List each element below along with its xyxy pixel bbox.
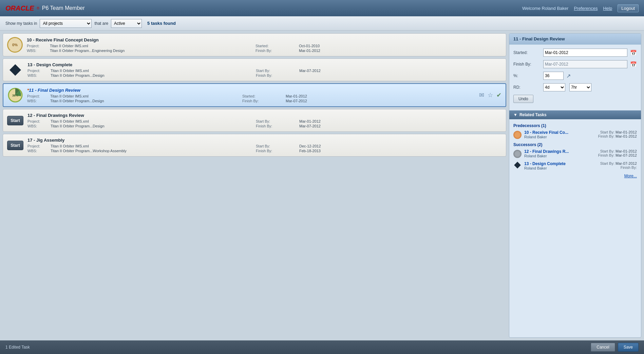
welcome-text: Welcome Roland Baker	[522, 6, 568, 11]
footer-buttons: Cancel Save	[591, 343, 639, 352]
successor-item-2: 13 - Design Complete Roland Baker Start …	[513, 161, 637, 170]
more-link[interactable]: More...	[513, 174, 637, 178]
predecessor-icon-1	[513, 131, 522, 139]
undo-row: Undo	[513, 95, 637, 103]
successors-title: Successors (2)	[513, 142, 637, 147]
task-meta-4: Project:Titan II Orbiter IMS.xml Start B…	[27, 119, 502, 128]
email-icon[interactable]: ✉	[479, 91, 484, 99]
oracle-logo: ORACLE	[5, 4, 34, 12]
task-meta-3: Project:Titan II Orbiter IMS.xml Started…	[27, 94, 475, 103]
related-title: Related Tasks	[519, 112, 547, 117]
task-info-4: 12 - Final Drawings Review Project:Titan…	[27, 113, 502, 128]
cursor-pointer-icon: ↗	[566, 73, 571, 79]
header-nav: Welcome Roland Baker Preferences Help Lo…	[522, 4, 639, 12]
percent-label: %:	[513, 73, 541, 78]
task-info-1: 10 - Receive Final Concept Design Projec…	[27, 37, 502, 53]
help-link[interactable]: Help	[603, 6, 612, 11]
successor-dates-1: Start By: Mar-01-2012 Finish By: Mar-07-…	[598, 149, 637, 157]
task-card-2[interactable]: 13 - Design Complete Project:Titan II Or…	[3, 58, 506, 81]
related-section-body: Predecessors (1) 10 - Receive Final Co..…	[509, 119, 641, 181]
predecessor-dates-1: Start By: Mar-01-2012 Finish By: Mar-01-…	[598, 130, 637, 138]
finish-row: Finish By: 📅	[513, 60, 637, 68]
task-meta-2: Project:Titan II Orbiter IMS.xml Start B…	[27, 69, 502, 77]
logo-area: ORACLE ® P6 Team Member	[5, 4, 85, 12]
detail-header: 11 - Final Design Review	[509, 34, 641, 45]
finish-input[interactable]	[543, 60, 627, 68]
successor-item-1: 12 - Final Drawings R... Roland Baker St…	[513, 149, 637, 158]
svg-text:36%: 36%	[12, 94, 18, 97]
rd-days-select[interactable]: 4d3d5d	[543, 83, 565, 91]
triangle-icon: ▼	[513, 112, 517, 117]
successor-dates-2: Start By: Mar-07-2012 Finish By:	[600, 161, 637, 170]
task-icon-1: 0%	[7, 37, 23, 53]
logout-button[interactable]: Logout	[618, 4, 639, 12]
successor-owner-1: Roland Baker	[524, 154, 595, 158]
task-name-5: 17 - Jig Assembly	[27, 138, 502, 143]
main-layout: 0% 10 - Receive Final Concept Design Pro…	[0, 31, 644, 340]
task-info-2: 13 - Design Complete Project:Titan II Or…	[27, 62, 502, 77]
percent-text-1: 0%	[12, 43, 18, 47]
predecessor-name-1[interactable]: 10 - Receive Final Co...	[524, 130, 595, 135]
successor-name-2[interactable]: 13 - Design Complete	[524, 161, 598, 166]
footer-status: 1 Edited Task	[5, 345, 30, 350]
show-label: Show my tasks in	[5, 21, 37, 26]
check-icon[interactable]: ✔	[496, 91, 501, 99]
detail-panel: 11 - Final Design Review Started: 📅 Fini…	[509, 33, 641, 338]
task-info-5: 17 - Jig Assembly Project:Titan II Orbit…	[27, 138, 502, 153]
project-select[interactable]: All projects Titan II Orbiter IMS.xml	[40, 19, 92, 28]
milestone-icon-2	[10, 64, 21, 76]
asterisk-icon: *	[27, 88, 29, 93]
successor-icon-1	[513, 150, 522, 158]
start-button-5[interactable]: Start	[7, 141, 23, 150]
started-calendar-icon[interactable]: 📅	[630, 50, 637, 56]
app-title: P6 Team Member	[42, 5, 85, 11]
pie-chart-icon: 36%	[7, 87, 23, 103]
percent-row: %: ↗	[513, 72, 637, 80]
detail-body: Started: 📅 Finish By: 📅 %: ↗ RD: 4d3d5d	[509, 45, 641, 110]
task-card-1[interactable]: 0% 10 - Receive Final Concept Design Pro…	[3, 33, 506, 56]
task-card-4[interactable]: Start 12 - Final Drawings Review Project…	[3, 109, 506, 132]
footer: 1 Edited Task Cancel Save	[0, 340, 644, 354]
status-select[interactable]: Active Completed Not Started	[111, 19, 142, 28]
toolbar: Show my tasks in All projects Titan II O…	[0, 16, 644, 31]
preferences-link[interactable]: Preferences	[574, 6, 598, 11]
predecessors-title: Predecessors (1)	[513, 123, 637, 128]
registered-mark: ®	[37, 6, 39, 10]
task-name-4: 12 - Final Drawings Review	[27, 113, 502, 118]
rd-row: RD: 4d3d5d 7hr8hr6hr	[513, 83, 637, 91]
save-button[interactable]: Save	[618, 343, 639, 352]
successor-milestone-icon-2	[514, 162, 521, 169]
started-label: Started:	[513, 50, 541, 55]
started-row: Started: 📅	[513, 49, 637, 57]
started-input[interactable]	[543, 49, 627, 57]
successor-owner-2: Roland Baker	[524, 166, 598, 170]
task-card-5[interactable]: Start 17 - Jig Assembly Project:Titan II…	[3, 134, 506, 157]
successor-name-1[interactable]: 12 - Final Drawings R...	[524, 149, 595, 154]
related-section-header[interactable]: ▼ Related Tasks	[509, 110, 641, 119]
task-name-3: *11 - Final Design Review	[27, 88, 475, 93]
task-meta-1: Project:Titan II Orbiter IMS.xml Started…	[27, 44, 502, 53]
cancel-button[interactable]: Cancel	[591, 343, 615, 352]
header: ORACLE ® P6 Team Member Welcome Roland B…	[0, 0, 644, 16]
successor-info-1: 12 - Final Drawings R... Roland Baker	[524, 149, 595, 158]
task-info-3: *11 - Final Design Review Project:Titan …	[27, 88, 475, 103]
rd-hours-select[interactable]: 7hr8hr6hr	[569, 83, 591, 91]
task-name-1: 10 - Receive Final Concept Design	[27, 37, 502, 42]
finish-label: Finish By:	[513, 62, 541, 67]
start-button-4[interactable]: Start	[7, 116, 23, 125]
predecessor-owner-1: Roland Baker	[524, 135, 595, 139]
task-actions-3: ✉ ☆ ✔	[479, 91, 501, 99]
successor-info-2: 13 - Design Complete Roland Baker	[524, 161, 598, 170]
rd-label: RD:	[513, 85, 541, 90]
that-are-label: that are	[94, 21, 108, 26]
star-icon[interactable]: ☆	[488, 91, 493, 99]
predecessor-item-1: 10 - Receive Final Co... Roland Baker St…	[513, 130, 637, 139]
task-name-2: 13 - Design Complete	[27, 62, 502, 67]
task-card-3[interactable]: 36% *11 - Final Design Review Project:Ti…	[3, 83, 506, 107]
undo-button[interactable]: Undo	[513, 95, 533, 103]
percent-input[interactable]	[543, 72, 564, 80]
task-meta-5: Project:Titan II Orbiter IMS.xml Start B…	[27, 144, 502, 153]
task-list: 0% 10 - Receive Final Concept Design Pro…	[3, 33, 506, 338]
finish-calendar-icon[interactable]: 📅	[630, 61, 637, 68]
predecessor-info-1: 10 - Receive Final Co... Roland Baker	[524, 130, 595, 139]
